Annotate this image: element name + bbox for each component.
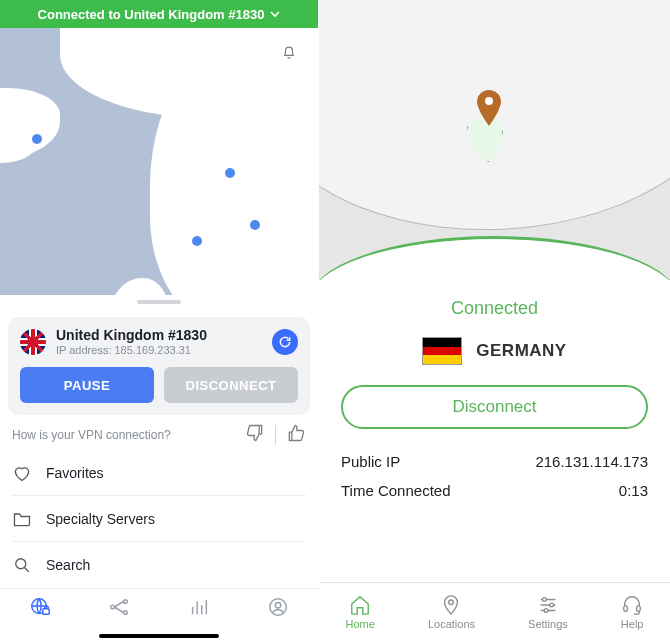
map-view[interactable] bbox=[319, 0, 670, 280]
left-app-panel: Connected to United Kingdom #1830 United… bbox=[0, 0, 319, 640]
tab-home[interactable]: Home bbox=[346, 594, 375, 630]
map-swoosh bbox=[319, 236, 670, 280]
svg-rect-2 bbox=[43, 608, 49, 614]
home-icon bbox=[349, 594, 371, 616]
home-indicator bbox=[99, 634, 219, 638]
server-dot[interactable] bbox=[250, 220, 260, 230]
right-app-panel: Connected GERMANY Disconnect Public IP 2… bbox=[319, 0, 670, 640]
svg-point-3 bbox=[111, 605, 115, 609]
public-ip-row: Public IP 216.131.114.173 bbox=[341, 453, 648, 470]
tab-bar bbox=[0, 588, 318, 640]
svg-point-5 bbox=[124, 610, 128, 614]
svg-point-10 bbox=[542, 597, 546, 601]
refresh-button[interactable] bbox=[272, 329, 298, 355]
search-icon bbox=[12, 555, 32, 575]
bell-icon bbox=[282, 46, 296, 60]
svg-rect-13 bbox=[624, 605, 628, 611]
connection-status-bar[interactable]: Connected to United Kingdom #1830 bbox=[0, 0, 318, 28]
refresh-icon bbox=[278, 335, 292, 349]
bars-icon bbox=[188, 596, 210, 618]
menu-item-favorites[interactable]: Favorites bbox=[12, 450, 306, 496]
tab-label: Help bbox=[621, 618, 644, 630]
menu-label: Search bbox=[46, 557, 90, 573]
user-icon bbox=[267, 596, 289, 618]
connection-status: Connected bbox=[451, 298, 538, 319]
location-pin-icon bbox=[440, 594, 462, 616]
location-pin bbox=[475, 90, 503, 130]
svg-point-8 bbox=[485, 97, 493, 105]
public-ip-value: 216.131.114.173 bbox=[535, 453, 648, 470]
country-name: GERMANY bbox=[476, 341, 566, 361]
sheet-handle[interactable] bbox=[0, 295, 318, 309]
sliders-icon bbox=[537, 594, 559, 616]
tab-settings[interactable]: Settings bbox=[528, 594, 568, 630]
tab-vpn[interactable] bbox=[29, 596, 51, 622]
tab-label: Locations bbox=[428, 618, 475, 630]
uk-flag-icon bbox=[20, 329, 46, 355]
svg-point-12 bbox=[544, 608, 548, 612]
server-dot[interactable] bbox=[225, 168, 235, 178]
server-dot[interactable] bbox=[32, 134, 42, 144]
svg-point-7 bbox=[276, 602, 282, 608]
time-connected-label: Time Connected bbox=[341, 482, 451, 499]
connection-status-text: Connected to United Kingdom #1830 bbox=[38, 7, 265, 22]
tab-label: Home bbox=[346, 618, 375, 630]
notifications-button[interactable] bbox=[274, 38, 304, 68]
time-connected-value: 0:13 bbox=[619, 482, 648, 499]
pin-icon bbox=[475, 90, 503, 126]
disconnect-button[interactable]: Disconnect bbox=[341, 385, 648, 429]
pause-button[interactable]: PAUSE bbox=[20, 367, 154, 403]
menu-item-search[interactable]: Search bbox=[12, 542, 306, 588]
svg-rect-14 bbox=[637, 605, 641, 611]
svg-point-4 bbox=[124, 599, 128, 603]
tab-account[interactable] bbox=[267, 596, 289, 622]
svg-point-9 bbox=[449, 599, 454, 604]
feedback-question: How is your VPN connection? bbox=[12, 428, 171, 442]
disconnect-button[interactable]: DISCONNECT bbox=[164, 367, 298, 403]
tab-label: Settings bbox=[528, 618, 568, 630]
connection-info-card: United Kingdom #1830 IP address: 185.169… bbox=[8, 317, 310, 415]
time-connected-row: Time Connected 0:13 bbox=[341, 482, 648, 499]
feedback-row: How is your VPN connection? bbox=[12, 423, 306, 446]
thumbs-up-icon bbox=[286, 423, 306, 443]
tab-help[interactable]: Help bbox=[621, 594, 644, 630]
globe-lock-icon bbox=[29, 596, 51, 618]
chevron-down-icon bbox=[270, 9, 280, 19]
headset-icon bbox=[621, 594, 643, 616]
country-row: GERMANY bbox=[422, 337, 566, 365]
server-name: United Kingdom #1830 bbox=[56, 327, 262, 344]
divider bbox=[275, 425, 276, 445]
server-dot[interactable] bbox=[192, 236, 202, 246]
map-view[interactable] bbox=[0, 28, 318, 295]
tab-locations[interactable]: Locations bbox=[428, 594, 475, 630]
nodes-icon bbox=[108, 596, 130, 618]
tab-network[interactable] bbox=[108, 596, 130, 622]
thumbs-up-button[interactable] bbox=[286, 423, 306, 446]
folder-icon bbox=[12, 509, 32, 529]
germany-flag-icon bbox=[422, 337, 462, 365]
public-ip-label: Public IP bbox=[341, 453, 400, 470]
menu-item-specialty[interactable]: Specialty Servers bbox=[12, 496, 306, 542]
tab-bar: Home Locations Settings Help bbox=[319, 582, 670, 640]
tab-stats[interactable] bbox=[188, 596, 210, 622]
heart-icon bbox=[12, 463, 32, 483]
svg-point-11 bbox=[550, 603, 554, 607]
menu-label: Favorites bbox=[46, 465, 104, 481]
menu-list: Favorites Specialty Servers Search bbox=[0, 450, 318, 588]
svg-point-0 bbox=[16, 559, 26, 569]
ip-address: IP address: 185.169.233.31 bbox=[56, 344, 262, 357]
thumbs-down-button[interactable] bbox=[245, 423, 265, 446]
thumbs-down-icon bbox=[245, 423, 265, 443]
menu-label: Specialty Servers bbox=[46, 511, 155, 527]
